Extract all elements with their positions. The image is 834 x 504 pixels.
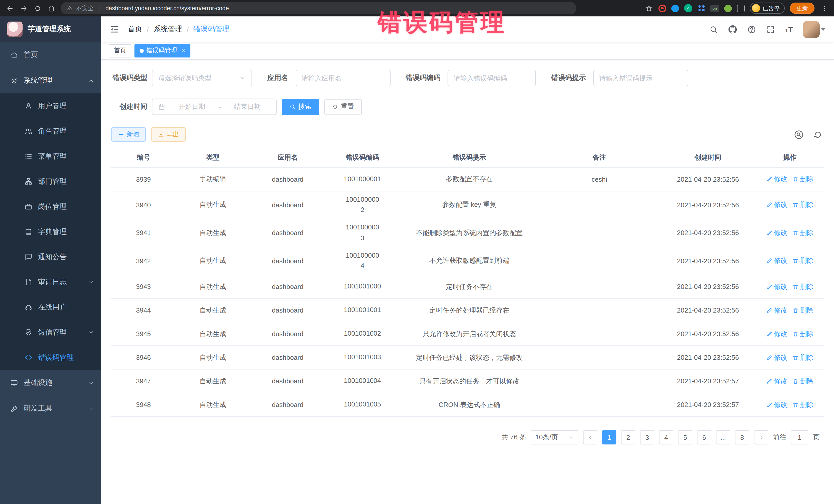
sidebar-item-user-mgmt[interactable]: 用户管理 [0, 93, 101, 118]
prev-page-button[interactable] [583, 430, 597, 445]
sidebar-item-infrastructure[interactable]: 基础设施 [0, 370, 101, 396]
sidebar-item-sms-mgmt[interactable]: 短信管理 [0, 320, 101, 345]
page-button-5[interactable]: 5 [678, 430, 692, 445]
page-button-4[interactable]: 4 [659, 430, 673, 445]
delete-link[interactable]: 删除 [792, 282, 813, 291]
refresh-table-icon[interactable] [811, 128, 824, 140]
export-button[interactable]: 导出 [151, 127, 186, 141]
delete-link[interactable]: 删除 [792, 400, 813, 410]
edit-link[interactable]: 修改 [766, 377, 787, 386]
sidebar-item-audit-log[interactable]: 审计日志 [0, 269, 101, 294]
next-page-button[interactable] [754, 430, 768, 445]
extension-drop-icon[interactable] [671, 4, 679, 12]
error-type-select[interactable]: 请选择错误码类型 [152, 70, 252, 86]
browser-menu-icon[interactable] [820, 4, 829, 13]
sidebar-item-error-code-mgmt[interactable]: 错误码管理 [0, 345, 101, 370]
filter-row-2: 创建时间 开始日期 - 结束日期 搜索 重置 [111, 98, 824, 115]
reload-icon[interactable] [33, 4, 42, 13]
sidebar-item-dev-tools[interactable]: 研发工具 [0, 396, 101, 421]
sidebar-item-online-users[interactable]: 在线用户 [0, 294, 101, 320]
list-icon [25, 152, 32, 160]
date-range-picker[interactable]: 开始日期 - 结束日期 [152, 98, 277, 115]
bookmark-star-icon[interactable] [644, 4, 653, 13]
github-icon[interactable] [728, 25, 737, 34]
col-code: 错误码编码 [325, 148, 400, 167]
breadcrumb-system-mgmt[interactable]: 系统管理 [153, 25, 182, 34]
more-pages-button[interactable]: ... [716, 430, 730, 445]
edit-link[interactable]: 修改 [766, 282, 787, 291]
edit-link[interactable]: 修改 [766, 256, 787, 266]
update-button[interactable]: 更新 [790, 3, 814, 14]
breadcrumb: 首页 / 系统管理 / 错误码管理 [128, 25, 229, 34]
delete-link[interactable]: 删除 [792, 175, 813, 184]
sidebar-item-home[interactable]: 首页 [0, 42, 101, 68]
edit-link[interactable]: 修改 [766, 175, 787, 184]
search-icon[interactable] [709, 25, 718, 34]
extension-grid-icon[interactable] [698, 4, 705, 12]
page-button-8[interactable]: 8 [735, 430, 749, 445]
sidebar-item-post-mgmt[interactable]: 岗位管理 [0, 194, 101, 219]
add-button[interactable]: 新增 [111, 127, 146, 141]
hamburger-icon[interactable] [109, 24, 119, 35]
delete-link[interactable]: 删除 [792, 377, 813, 386]
col-remark: 备注 [539, 148, 660, 167]
help-icon[interactable] [747, 25, 756, 34]
extension-green-icon[interactable] [724, 4, 732, 12]
app-logo[interactable]: 芋道管理系统 [0, 17, 101, 42]
breadcrumb-home[interactable]: 首页 [128, 25, 142, 34]
error-msg-input[interactable] [599, 74, 682, 82]
delete-link[interactable]: 删除 [792, 306, 813, 315]
sidebar-item-system-mgmt[interactable]: 系统管理 [0, 68, 101, 93]
delete-link[interactable]: 删除 [792, 228, 813, 238]
tab-error-code-mgmt[interactable]: 错误码管理 × [134, 44, 191, 57]
goto-page-input[interactable] [791, 430, 808, 445]
pencil-icon [766, 176, 772, 182]
page-button-1[interactable]: 1 [602, 430, 616, 445]
back-icon[interactable] [5, 4, 14, 13]
home-icon[interactable] [47, 4, 56, 13]
user-avatar[interactable] [803, 21, 820, 38]
extension-record-icon[interactable] [658, 4, 666, 12]
sidebar-item-notice[interactable]: 通知公告 [0, 244, 101, 269]
error-code-input[interactable] [454, 74, 530, 82]
tab-home[interactable]: 首页 [109, 44, 131, 57]
table-tools [792, 128, 824, 140]
edit-link[interactable]: 修改 [766, 306, 787, 315]
font-size-icon[interactable]: TT [785, 25, 793, 33]
delete-link[interactable]: 删除 [792, 329, 813, 339]
app-name-input[interactable] [302, 74, 384, 82]
page-size-select[interactable]: 10条/页 [531, 430, 578, 445]
toggle-search-icon[interactable] [792, 128, 805, 140]
delete-link[interactable]: 删除 [792, 256, 813, 266]
paused-profile-chip[interactable]: 已暂停 [750, 3, 785, 14]
sidebar-item-dept-mgmt[interactable]: 部门管理 [0, 169, 101, 194]
fullscreen-icon[interactable] [766, 25, 775, 34]
close-icon[interactable]: × [182, 47, 185, 53]
address-bar[interactable]: 不安全 dashboard.yudao.iocoder.cn/system/er… [61, 2, 576, 14]
edit-link[interactable]: 修改 [766, 353, 787, 363]
page-button-6[interactable]: 6 [697, 430, 711, 445]
users-icon [25, 127, 32, 135]
reset-button[interactable]: 重置 [324, 99, 362, 115]
extension-on-icon[interactable]: on [710, 4, 719, 12]
sidebar-item-menu-mgmt[interactable]: 菜单管理 [0, 144, 101, 169]
forward-icon[interactable] [19, 4, 28, 13]
edit-link[interactable]: 修改 [766, 400, 787, 410]
page-button-3[interactable]: 3 [640, 430, 654, 445]
edit-link[interactable]: 修改 [766, 228, 787, 238]
home-icon [10, 51, 18, 59]
user-icon [25, 102, 32, 110]
extension-check-icon[interactable]: ✓ [684, 4, 692, 12]
sidebar: 芋道管理系统 首页 系统管理 用户管理 角色管理 [0, 17, 101, 504]
sidebar-item-dict-mgmt[interactable]: 字典管理 [0, 219, 101, 244]
delete-link[interactable]: 删除 [792, 200, 813, 210]
sidebar-item-role-mgmt[interactable]: 角色管理 [0, 118, 101, 144]
extensions-puzzle-icon[interactable] [737, 4, 745, 12]
date-start-placeholder: 开始日期 [169, 102, 215, 111]
page-button-2[interactable]: 2 [621, 430, 635, 445]
table-row: 3942 自动生成 dashboard 100100000 4 不允许获取敏感配… [111, 247, 824, 275]
edit-link[interactable]: 修改 [766, 329, 787, 339]
search-button[interactable]: 搜索 [282, 99, 319, 115]
delete-link[interactable]: 删除 [792, 353, 813, 363]
edit-link[interactable]: 修改 [766, 200, 787, 210]
